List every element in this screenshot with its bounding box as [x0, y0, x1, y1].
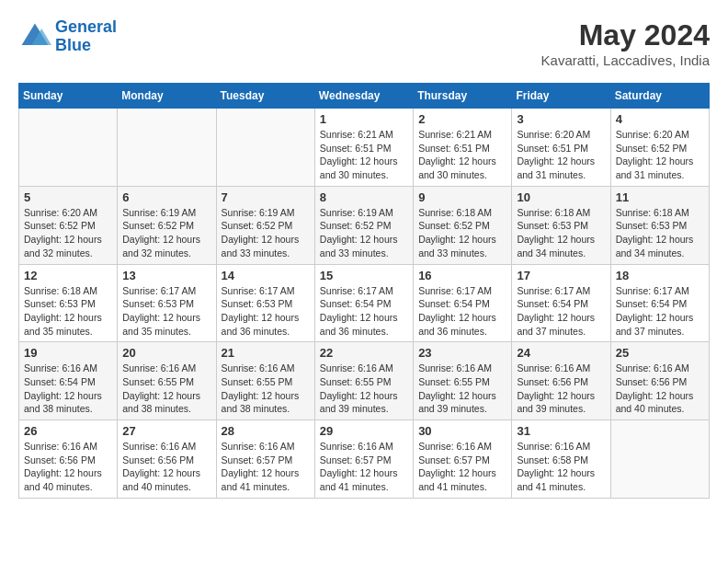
logo: General Blue: [18, 18, 117, 55]
day-info: Sunrise: 6:16 AM Sunset: 6:55 PM Dayligh…: [320, 362, 408, 416]
day-info: Sunrise: 6:16 AM Sunset: 6:54 PM Dayligh…: [24, 362, 112, 416]
day-cell: 23Sunrise: 6:16 AM Sunset: 6:55 PM Dayli…: [414, 342, 512, 420]
day-cell: [610, 420, 709, 499]
day-number: 5: [24, 190, 112, 204]
calendar-body: 1Sunrise: 6:21 AM Sunset: 6:51 PM Daylig…: [19, 109, 710, 499]
day-info: Sunrise: 6:16 AM Sunset: 6:55 PM Dayligh…: [122, 362, 210, 416]
day-info: Sunrise: 6:16 AM Sunset: 6:57 PM Dayligh…: [222, 440, 310, 494]
day-cell: [216, 109, 314, 187]
logo-text: General Blue: [55, 18, 117, 55]
day-number: 11: [616, 190, 704, 204]
day-info: Sunrise: 6:16 AM Sunset: 6:56 PM Dayligh…: [122, 440, 210, 494]
week-row-0: 1Sunrise: 6:21 AM Sunset: 6:51 PM Daylig…: [19, 109, 710, 187]
day-number: 29: [320, 424, 408, 438]
day-info: Sunrise: 6:17 AM Sunset: 6:53 PM Dayligh…: [222, 284, 310, 339]
day-info: Sunrise: 6:17 AM Sunset: 6:53 PM Dayligh…: [122, 284, 210, 339]
day-info: Sunrise: 6:16 AM Sunset: 6:57 PM Dayligh…: [320, 440, 408, 494]
day-cell: 26Sunrise: 6:16 AM Sunset: 6:56 PM Dayli…: [19, 420, 118, 499]
day-number: 21: [222, 346, 310, 360]
day-cell: 24Sunrise: 6:16 AM Sunset: 6:56 PM Dayli…: [512, 342, 610, 420]
day-cell: 13Sunrise: 6:17 AM Sunset: 6:53 PM Dayli…: [118, 264, 216, 342]
logo-icon: [18, 20, 51, 53]
day-cell: 28Sunrise: 6:16 AM Sunset: 6:57 PM Dayli…: [216, 420, 314, 499]
day-info: Sunrise: 6:21 AM Sunset: 6:51 PM Dayligh…: [418, 128, 506, 182]
day-info: Sunrise: 6:17 AM Sunset: 6:54 PM Dayligh…: [616, 284, 704, 339]
week-row-3: 19Sunrise: 6:16 AM Sunset: 6:54 PM Dayli…: [19, 342, 710, 420]
header-row: Sunday Monday Tuesday Wednesday Thursday…: [19, 84, 710, 109]
day-number: 13: [122, 269, 210, 282]
day-cell: 9Sunrise: 6:18 AM Sunset: 6:52 PM Daylig…: [414, 186, 512, 264]
day-number: 14: [222, 269, 310, 282]
calendar-table: Sunday Monday Tuesday Wednesday Thursday…: [18, 83, 710, 499]
day-cell: [19, 109, 118, 187]
day-number: 3: [517, 112, 605, 126]
day-cell: 17Sunrise: 6:17 AM Sunset: 6:54 PM Dayli…: [512, 264, 610, 342]
day-number: 12: [24, 269, 112, 282]
day-cell: 21Sunrise: 6:16 AM Sunset: 6:55 PM Dayli…: [216, 342, 314, 420]
day-cell: 22Sunrise: 6:16 AM Sunset: 6:55 PM Dayli…: [314, 342, 413, 420]
day-number: 28: [222, 424, 310, 438]
day-number: 7: [222, 190, 310, 204]
day-info: Sunrise: 6:16 AM Sunset: 6:58 PM Dayligh…: [517, 440, 605, 494]
day-number: 20: [122, 346, 210, 360]
day-cell: 25Sunrise: 6:16 AM Sunset: 6:56 PM Dayli…: [610, 342, 709, 420]
day-info: Sunrise: 6:16 AM Sunset: 6:55 PM Dayligh…: [222, 362, 310, 416]
day-number: 2: [418, 112, 506, 126]
day-number: 8: [320, 190, 408, 204]
day-number: 17: [517, 269, 605, 282]
header-tuesday: Tuesday: [216, 84, 314, 109]
day-number: 27: [122, 424, 210, 438]
day-info: Sunrise: 6:16 AM Sunset: 6:55 PM Dayligh…: [418, 362, 506, 416]
header-saturday: Saturday: [610, 84, 709, 109]
day-cell: 2Sunrise: 6:21 AM Sunset: 6:51 PM Daylig…: [414, 109, 512, 187]
day-cell: 11Sunrise: 6:18 AM Sunset: 6:53 PM Dayli…: [610, 186, 709, 264]
header-monday: Monday: [118, 84, 216, 109]
day-number: 16: [418, 269, 506, 282]
day-info: Sunrise: 6:16 AM Sunset: 6:57 PM Dayligh…: [418, 440, 506, 494]
day-number: 31: [517, 424, 605, 438]
day-cell: 7Sunrise: 6:19 AM Sunset: 6:52 PM Daylig…: [216, 186, 314, 264]
day-cell: 27Sunrise: 6:16 AM Sunset: 6:56 PM Dayli…: [118, 420, 216, 499]
day-number: 25: [616, 346, 704, 360]
day-number: 18: [616, 269, 704, 282]
day-number: 6: [122, 190, 210, 204]
page-header: General Blue May 2024 Kavaratti, Laccadi…: [18, 18, 710, 68]
page-title: May 2024: [541, 18, 710, 52]
day-cell: 31Sunrise: 6:16 AM Sunset: 6:58 PM Dayli…: [512, 420, 610, 499]
day-number: 26: [24, 424, 112, 438]
day-cell: 8Sunrise: 6:19 AM Sunset: 6:52 PM Daylig…: [314, 186, 413, 264]
day-info: Sunrise: 6:16 AM Sunset: 6:56 PM Dayligh…: [517, 362, 605, 416]
day-info: Sunrise: 6:20 AM Sunset: 6:51 PM Dayligh…: [517, 128, 605, 182]
day-number: 23: [418, 346, 506, 360]
day-info: Sunrise: 6:20 AM Sunset: 6:52 PM Dayligh…: [616, 128, 704, 182]
day-number: 10: [517, 190, 605, 204]
day-cell: 29Sunrise: 6:16 AM Sunset: 6:57 PM Dayli…: [314, 420, 413, 499]
day-number: 30: [418, 424, 506, 438]
day-info: Sunrise: 6:16 AM Sunset: 6:56 PM Dayligh…: [24, 440, 112, 494]
day-cell: 16Sunrise: 6:17 AM Sunset: 6:54 PM Dayli…: [414, 264, 512, 342]
day-cell: 14Sunrise: 6:17 AM Sunset: 6:53 PM Dayli…: [216, 264, 314, 342]
day-info: Sunrise: 6:18 AM Sunset: 6:53 PM Dayligh…: [616, 206, 704, 260]
day-info: Sunrise: 6:20 AM Sunset: 6:52 PM Dayligh…: [24, 206, 112, 260]
day-info: Sunrise: 6:16 AM Sunset: 6:56 PM Dayligh…: [616, 362, 704, 416]
day-info: Sunrise: 6:18 AM Sunset: 6:53 PM Dayligh…: [24, 284, 112, 339]
day-cell: 12Sunrise: 6:18 AM Sunset: 6:53 PM Dayli…: [19, 264, 118, 342]
day-cell: 1Sunrise: 6:21 AM Sunset: 6:51 PM Daylig…: [314, 109, 413, 187]
day-info: Sunrise: 6:17 AM Sunset: 6:54 PM Dayligh…: [320, 284, 408, 339]
day-info: Sunrise: 6:19 AM Sunset: 6:52 PM Dayligh…: [222, 206, 310, 260]
calendar-header: Sunday Monday Tuesday Wednesday Thursday…: [19, 84, 710, 109]
day-cell: 6Sunrise: 6:19 AM Sunset: 6:52 PM Daylig…: [118, 186, 216, 264]
day-cell: 3Sunrise: 6:20 AM Sunset: 6:51 PM Daylig…: [512, 109, 610, 187]
week-row-2: 12Sunrise: 6:18 AM Sunset: 6:53 PM Dayli…: [19, 264, 710, 342]
week-row-4: 26Sunrise: 6:16 AM Sunset: 6:56 PM Dayli…: [19, 420, 710, 499]
day-info: Sunrise: 6:19 AM Sunset: 6:52 PM Dayligh…: [122, 206, 210, 260]
page-subtitle: Kavaratti, Laccadives, India: [541, 52, 710, 68]
day-cell: 18Sunrise: 6:17 AM Sunset: 6:54 PM Dayli…: [610, 264, 709, 342]
day-number: 9: [418, 190, 506, 204]
day-cell: 10Sunrise: 6:18 AM Sunset: 6:53 PM Dayli…: [512, 186, 610, 264]
day-number: 15: [320, 269, 408, 282]
day-info: Sunrise: 6:17 AM Sunset: 6:54 PM Dayligh…: [517, 284, 605, 339]
logo-line2: Blue: [55, 36, 91, 54]
day-number: 24: [517, 346, 605, 360]
day-cell: 20Sunrise: 6:16 AM Sunset: 6:55 PM Dayli…: [118, 342, 216, 420]
